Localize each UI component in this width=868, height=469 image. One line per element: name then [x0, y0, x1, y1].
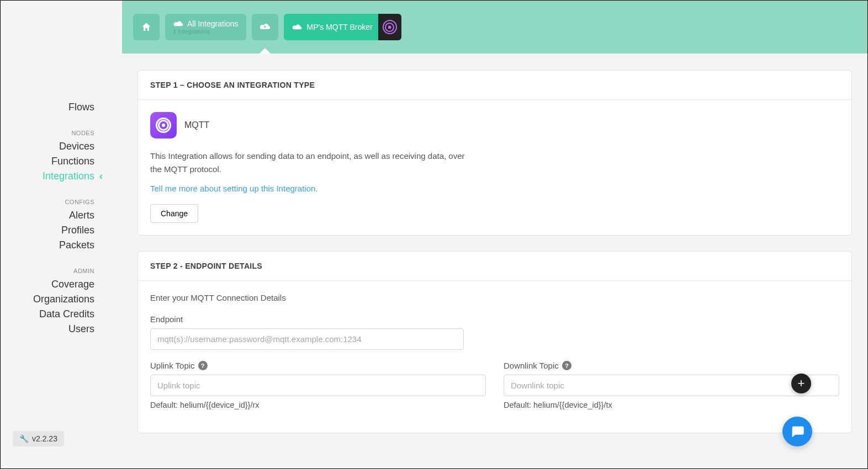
main-content: All Integrations 1 Integrations + MP's M…	[122, 1, 867, 468]
sidebar-heading-admin: ADMIN	[1, 266, 122, 276]
svg-text:+: +	[263, 24, 266, 30]
step2-card: STEP 2 - ENDPOINT DETAILS Enter your MQT…	[137, 251, 852, 433]
sidebar-item-flows[interactable]: Flows	[1, 100, 122, 115]
sidebar-item-integrations[interactable]: Integrations	[1, 169, 122, 184]
downlink-hint: Default: helium/{{device_id}}/tx	[504, 401, 839, 409]
version-text: v2.2.23	[32, 434, 57, 443]
chat-fab[interactable]	[782, 417, 812, 446]
step1-header: STEP 1 – CHOOSE AN INTEGRATION TYPE	[138, 71, 851, 100]
uplink-hint: Default: helium/{{device_id}}/rx	[150, 401, 486, 409]
sidebar-heading-configs: CONFIGS	[1, 197, 122, 207]
sidebar-item-devices[interactable]: Devices	[1, 139, 122, 154]
step2-intro: Enter your MQTT Connection Details	[150, 293, 839, 302]
cloud-icon	[292, 23, 303, 31]
add-integration-button[interactable]: +	[252, 14, 278, 40]
add-fab[interactable]: +	[791, 374, 811, 393]
sidebar-item-alerts[interactable]: Alerts	[1, 208, 122, 223]
target-icon	[383, 20, 397, 34]
all-integrations-count: 1 Integrations	[173, 28, 210, 35]
sidebar-heading-nodes: NODES	[1, 128, 122, 138]
plus-icon: +	[798, 376, 805, 391]
version-badge: 🔧 v2.2.23	[13, 431, 64, 446]
active-tab-icon-box	[378, 14, 401, 40]
endpoint-label: Endpoint	[150, 315, 464, 324]
sidebar-item-users[interactable]: Users	[1, 322, 122, 337]
sidebar-item-profiles[interactable]: Profiles	[1, 223, 122, 238]
sidebar-item-functions[interactable]: Functions	[1, 154, 122, 169]
mqtt-icon	[150, 112, 177, 138]
step2-header: STEP 2 - ENDPOINT DETAILS	[138, 252, 851, 281]
home-icon	[141, 22, 152, 33]
uplink-topic-input[interactable]	[150, 375, 486, 396]
sidebar-item-coverage[interactable]: Coverage	[1, 277, 122, 292]
sidebar-item-organizations[interactable]: Organizations	[1, 292, 122, 307]
cloud-icon	[173, 20, 184, 28]
integration-type-name: MQTT	[184, 120, 209, 130]
step1-card: STEP 1 – CHOOSE AN INTEGRATION TYPE MQTT…	[137, 70, 852, 236]
integration-description: This Integration allows for sending data…	[150, 150, 470, 176]
downlink-topic-input[interactable]	[504, 375, 839, 396]
sidebar-item-packets[interactable]: Packets	[1, 238, 122, 253]
topbar: All Integrations 1 Integrations + MP's M…	[122, 1, 867, 54]
all-integrations-button[interactable]: All Integrations 1 Integrations	[165, 14, 246, 40]
active-integration-tab[interactable]: MP's MQTT Broker	[284, 14, 401, 40]
help-icon[interactable]: ?	[562, 361, 571, 370]
sidebar-item-data-credits[interactable]: Data Credits	[1, 307, 122, 322]
learn-more-link[interactable]: Tell me more about setting up this Integ…	[150, 184, 318, 193]
endpoint-input[interactable]	[150, 328, 464, 350]
all-integrations-label: All Integrations	[187, 19, 239, 28]
chat-icon	[790, 424, 805, 439]
downlink-topic-label: Downlink Topic	[504, 361, 559, 370]
home-button[interactable]	[133, 14, 160, 40]
sidebar: Flows NODES Devices Functions Integratio…	[1, 1, 122, 468]
active-tab-label: MP's MQTT Broker	[307, 23, 373, 31]
change-button[interactable]: Change	[150, 204, 198, 223]
cloud-plus-icon: +	[259, 21, 271, 33]
wrench-icon: 🔧	[19, 434, 29, 443]
uplink-topic-label: Uplink Topic	[150, 361, 195, 370]
help-icon[interactable]: ?	[198, 361, 208, 370]
